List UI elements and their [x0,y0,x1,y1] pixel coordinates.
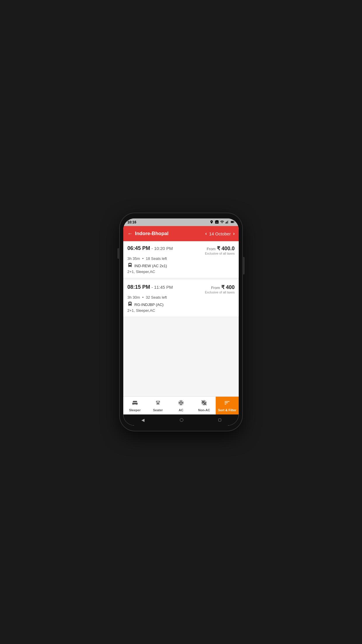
exclusive-text: Exclusive of all taxes [205,290,235,294]
recents-button[interactable] [218,419,221,421]
status-bar: 10:16 [123,218,239,226]
app-header: ← Indore-Bhopal ‹ 14 October › [123,226,239,241]
bus-timing: 08:15 PM - 11:45 PM [127,284,173,290]
arrival-time: - 11:45 PM [152,285,173,290]
nonac-icon [201,400,207,407]
nav-ac[interactable]: AC [169,397,192,414]
bus-name: RG-INDJBP (AC) [134,302,164,307]
svg-rect-2 [227,221,228,223]
sim-icon [215,220,219,225]
svg-rect-1 [226,222,227,223]
bus-type: 2+1, Sleeper,AC [127,270,235,274]
from-label: From [207,247,215,251]
nav-nonac[interactable]: Non-AC [193,397,216,414]
sleeper-icon [132,400,138,407]
bus-meta: 3h 30m • 32 Seats left [127,295,235,300]
alarm-icon [210,220,214,225]
signal-icon [225,220,229,225]
ac-label: AC [179,408,183,412]
sort-filter-label: Sort & Filter [218,408,236,412]
nav-sort-filter[interactable]: Sort & Filter [216,397,239,414]
price-block: From ₹ 400.0 Exclusive of all taxes [205,245,235,255]
phone-shell: 10:16 [120,213,242,431]
bus-card[interactable]: 06:45 PM - 10:20 PM From ₹ 400.0 Exclusi… [123,241,239,278]
nonac-label: Non-AC [198,408,210,412]
duration: 3h 30m [127,295,140,300]
bus-timing: 06:45 PM - 10:20 PM [127,245,173,251]
bottom-navigation: Sleeper Seater AC Non-AC [123,396,239,414]
nav-sleeper[interactable]: Sleeper [123,397,146,414]
from-label: From [211,286,220,290]
seats-left: 32 Seats left [146,295,167,300]
price-block: From ₹ 400 Exclusive of all taxes [205,284,235,294]
arrival-time: - 10:20 PM [152,246,173,251]
wifi-icon [220,220,224,225]
departure-time: 08:15 PM [127,284,150,290]
bus-type: 2+1, Sleeper,AC [127,308,235,313]
departure-time: 06:45 PM [127,245,150,251]
battery-icon [231,220,235,225]
bus-icon [127,262,133,269]
home-button[interactable] [180,418,183,422]
svg-rect-6 [234,222,234,222]
svg-rect-5 [231,221,233,223]
svg-rect-0 [226,223,226,224]
ac-icon [178,400,184,407]
bus-meta: 3h 35m • 18 Seats left [127,256,235,261]
status-icons [210,220,235,225]
nav-seater[interactable]: Seater [146,397,169,414]
bus-info-row: RG-INDJBP (AC) [127,301,235,308]
price-amount: ₹ 400 [221,284,235,290]
currency-symbol: ₹ [217,246,222,251]
prev-date-button[interactable]: ‹ [205,231,207,236]
svg-rect-3 [228,220,228,224]
seater-label: Seater [153,408,163,412]
bus-info-row: IND-REW (AC 2x1) [127,262,235,269]
header-title: Indore-Bhopal [135,231,168,237]
filter-icon [224,400,230,407]
bus-name: IND-REW (AC 2x1) [134,264,167,268]
header-date: ‹ 14 October › [205,231,235,236]
exclusive-text: Exclusive of all taxes [205,252,235,255]
next-date-button[interactable]: › [233,231,235,236]
android-nav-bar: ◀ [123,414,239,426]
back-button[interactable]: ◀ [141,418,145,422]
header-left: ← Indore-Bhopal [127,231,168,237]
currency-symbol: ₹ [221,284,226,290]
seats-left: 18 Seats left [146,256,167,261]
screen: 10:16 [123,218,239,426]
back-button[interactable]: ← [127,231,133,237]
bus-card[interactable]: 08:15 PM - 11:45 PM From ₹ 400 Exclusive… [123,280,239,317]
duration: 3h 35m [127,256,140,261]
bus-list: 06:45 PM - 10:20 PM From ₹ 400.0 Exclusi… [123,241,239,396]
seater-icon [155,400,161,407]
status-time: 10:16 [127,220,136,224]
bus-icon [127,301,133,308]
date-text: 14 October [209,231,231,236]
sleeper-label: Sleeper [129,408,141,412]
price-amount: ₹ 400.0 [217,246,235,251]
